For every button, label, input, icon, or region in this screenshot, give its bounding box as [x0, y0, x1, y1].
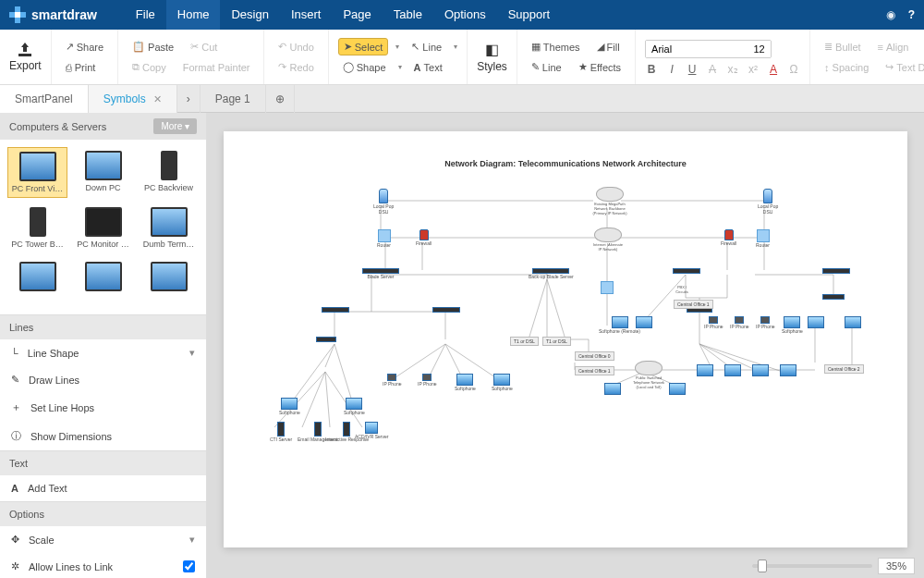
menu-page[interactable]: Page — [332, 0, 382, 30]
show-dimensions-item[interactable]: ⓘShow Dimensions — [0, 422, 206, 450]
text-tool-button[interactable]: AText — [409, 60, 447, 75]
underline-button[interactable]: U — [686, 63, 699, 76]
line-tool-button[interactable]: ↖Line — [407, 39, 446, 55]
add-text-item[interactable]: AAdd Text — [0, 475, 206, 501]
line-caret[interactable]: ▾ — [454, 43, 457, 51]
menu-home[interactable]: Home — [166, 0, 221, 30]
fill-button[interactable]: ◢Fill — [592, 39, 625, 55]
text-direction-button[interactable]: ↪Text Direction — [881, 59, 924, 75]
pc-icon — [697, 364, 713, 376]
zoom-thumb[interactable] — [758, 560, 767, 572]
canvas-area[interactable]: Network Diagram: Telecommunications Netw… — [207, 113, 924, 578]
symbol-pc-tower[interactable]: PC Tower B… — [7, 203, 67, 252]
switch-icon — [316, 337, 336, 342]
line-shape-item[interactable]: └Line Shape▾ — [0, 339, 206, 366]
superscript-button[interactable]: x² — [747, 63, 760, 76]
allow-lines-item[interactable]: ✲Allow Lines to Link — [0, 553, 206, 578]
svg-rect-3 — [15, 18, 20, 23]
align-button[interactable]: ≡Align — [873, 40, 914, 55]
scale-icon: ✥ — [11, 534, 19, 546]
menu-design[interactable]: Design — [220, 0, 279, 30]
menu-support[interactable]: Support — [497, 0, 562, 30]
symbol-pc-backview[interactable]: PC Backview — [139, 147, 199, 198]
share-button[interactable]: ↗Share — [61, 39, 108, 55]
undo-button[interactable]: ↶Undo — [274, 39, 318, 55]
zoom-slider[interactable] — [752, 564, 872, 568]
print-button[interactable]: ⎙Print — [61, 60, 101, 75]
line-hops-item[interactable]: ＋Set Line Hops — [0, 393, 206, 422]
close-icon[interactable]: ✕ — [153, 93, 162, 105]
copy-button[interactable]: ⧉Copy — [128, 59, 171, 75]
shape-caret[interactable]: ▾ — [398, 63, 402, 71]
line-style-button[interactable]: ✎Line — [527, 59, 566, 75]
monitor-icon — [85, 207, 122, 237]
logo-icon — [9, 6, 26, 23]
pop-icon — [379, 189, 388, 203]
font-name-input[interactable] — [646, 41, 748, 57]
menu-table[interactable]: Table — [383, 0, 433, 30]
zoom-percent[interactable]: 35% — [878, 558, 915, 574]
tab-page-1[interactable]: Page 1 — [201, 85, 266, 113]
font-size-input[interactable] — [748, 41, 771, 57]
export-icon — [17, 43, 33, 57]
select-caret[interactable]: ▾ — [395, 43, 399, 51]
pc-icon — [669, 383, 686, 395]
italic-button[interactable]: I — [665, 63, 678, 76]
symbol-pc-front[interactable]: PC Front Vi… — [7, 147, 67, 198]
cloud-icon — [594, 228, 622, 242]
tab-next[interactable]: › — [177, 85, 201, 113]
symbol-dumb-term[interactable]: Dumb Term… — [139, 203, 199, 252]
font-color-button[interactable]: A — [767, 63, 780, 76]
symbol-extra-2[interactable] — [73, 258, 133, 307]
format-painter-button[interactable]: Format Painter — [178, 60, 255, 75]
spacing-button[interactable]: ↕Spacing — [820, 60, 873, 75]
server-icon — [314, 422, 322, 437]
draw-lines-item[interactable]: ✎Draw Lines — [0, 366, 206, 393]
allow-lines-checkbox[interactable] — [183, 560, 195, 572]
effects-button[interactable]: ★Effects — [574, 59, 626, 75]
phone-icon — [735, 316, 744, 324]
menu-insert[interactable]: Insert — [280, 0, 333, 30]
menu-file[interactable]: File — [125, 0, 166, 30]
symbol-extra-3[interactable] — [139, 258, 199, 307]
strike-button[interactable]: A — [706, 63, 719, 76]
styles-button[interactable]: ◧ Styles — [477, 41, 507, 73]
font-selector[interactable] — [645, 40, 772, 58]
paste-icon: 📋 — [132, 41, 145, 53]
paste-button[interactable]: 📋Paste — [128, 39, 178, 55]
shape-button[interactable]: ◯Shape — [338, 59, 391, 75]
redo-button[interactable]: ↷Redo — [274, 59, 318, 75]
clear-format-button[interactable]: Ω — [787, 63, 800, 76]
styles-icon: ◧ — [485, 41, 499, 58]
bullet-button[interactable]: ≣Bullet — [820, 39, 866, 55]
central-office-label: Central Office 2 — [824, 364, 864, 374]
scale-item[interactable]: ✥Scale▾ — [0, 526, 206, 553]
pop-icon — [763, 189, 772, 203]
info-icon: ⓘ — [11, 429, 21, 443]
switch-icon — [673, 268, 700, 274]
tab-smartpanel[interactable]: SmartPanel — [0, 85, 89, 113]
themes-button[interactable]: ▦Themes — [527, 39, 585, 55]
cut-button[interactable]: ✂Cut — [186, 39, 222, 55]
globe-icon[interactable]: ◉ — [886, 8, 895, 21]
symbol-extra-1[interactable] — [7, 258, 67, 307]
symbol-category-header[interactable]: Computers & Servers More ▾ — [0, 113, 206, 140]
more-button[interactable]: More ▾ — [153, 118, 197, 134]
undo-icon: ↶ — [278, 41, 286, 53]
symbol-down-pc[interactable]: Down PC — [73, 147, 133, 198]
t1-label: T1 or DSL — [510, 337, 539, 346]
chevron-down-icon: ▾ — [189, 534, 195, 546]
export-button[interactable]: Export — [9, 43, 42, 72]
select-button[interactable]: ➤Select — [338, 38, 389, 55]
subscript-button[interactable]: x₂ — [726, 63, 739, 76]
bold-button[interactable]: B — [645, 63, 658, 76]
diagram-page[interactable]: Network Diagram: Telecommunications Netw… — [224, 131, 907, 547]
help-icon[interactable]: ? — [908, 8, 915, 21]
tab-add[interactable]: ⊕ — [266, 85, 295, 113]
pbx-label: PBX / Circuits — [673, 285, 691, 294]
pc-icon — [752, 364, 769, 376]
menu-options[interactable]: Options — [433, 0, 497, 30]
pc-icon — [151, 262, 188, 291]
symbol-pc-monitor[interactable]: PC Monitor … — [73, 203, 133, 252]
tab-symbols[interactable]: Symbols✕ — [89, 85, 177, 113]
